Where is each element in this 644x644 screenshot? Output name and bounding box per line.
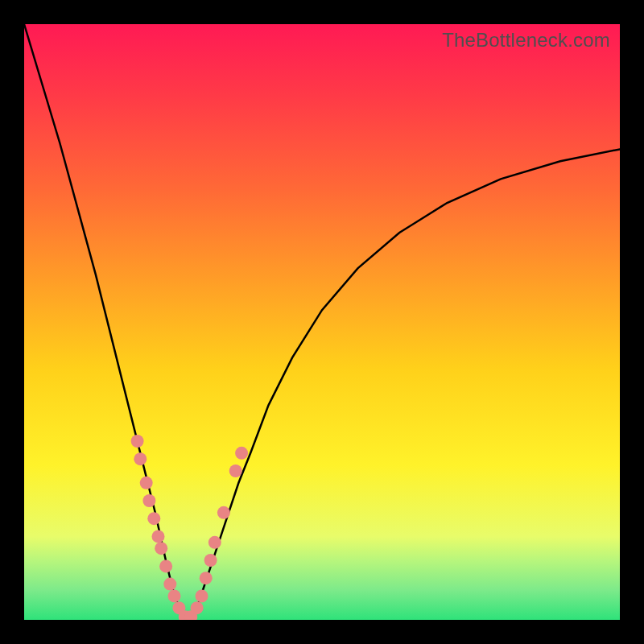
sample-dot [163,578,176,591]
sample-dot [217,506,230,519]
sample-dot [208,536,221,549]
sample-dot [140,477,153,489]
sample-dots [131,435,249,620]
sample-dot [200,572,213,584]
sample-dot [235,447,248,460]
sample-dot [134,452,147,465]
sample-dot [204,554,217,567]
sample-dot [191,601,204,614]
sample-dot [155,542,167,555]
chart-frame: TheBottleneck.com [0,0,644,644]
sample-dot [159,559,172,572]
sample-dot [131,435,144,448]
chart-plot-area: TheBottleneck.com [24,24,620,620]
sample-dot [147,512,160,525]
chart-overlay [24,24,620,620]
sample-dot [168,589,181,602]
sample-dot [229,464,242,477]
bottleneck-curve [24,24,620,620]
sample-dot [196,589,208,602]
sample-dot [152,530,165,543]
sample-dot [142,494,155,507]
